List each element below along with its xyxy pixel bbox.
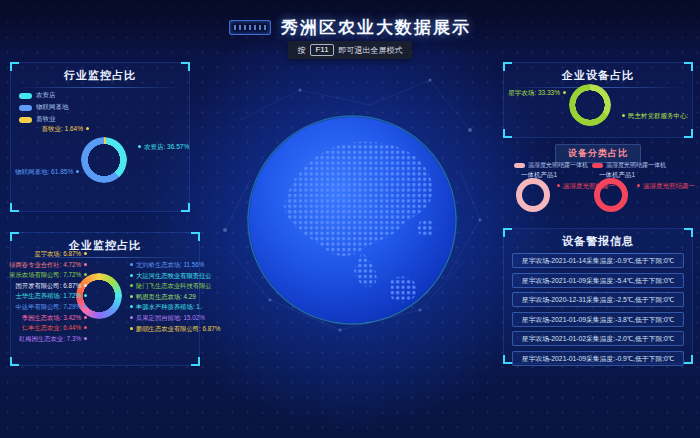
tooltip-prefix: 按 (297, 45, 305, 56)
globe (244, 112, 460, 328)
enterprise-label: 大运河生态牧业有限责任公 (130, 271, 198, 282)
legend-label: 畜牧业 (36, 115, 56, 124)
enterprise-label: 家乐农场有限公司: 7.72% (9, 270, 87, 281)
alarm-row: 星宇农场-2020-12-31采集温度:-2.5℃,低于下限:0℃ (512, 292, 684, 307)
legend-swatch (592, 163, 603, 168)
enterprise-label: 瓜果定国自留地: 15.02% (130, 313, 198, 324)
legend-swatch (514, 163, 525, 168)
alarm-row: 星宇农场-2021-01-09采集温度:-3.8℃,低于下限:0℃ (512, 312, 684, 327)
legend-swatch (19, 93, 32, 99)
alarm-row: 星宇农场-2021-01-09采集温度:-0.9℃,低于下限:0℃ (512, 351, 684, 366)
f11-key: F11 (310, 44, 333, 56)
enterprise-label: 北刘桥生态农场: 11.56% (130, 260, 198, 271)
enterprise-label: 鹏朝生态农业有限公司: 6.87% (130, 324, 198, 335)
enterprise-label: 鸭恩页生态农场: 4.29 (130, 292, 198, 303)
device-class-panel: 设备分类占比 温湿度光照结露一体机 一体机产品1 温湿度光照结露一 温湿度光照结… (503, 140, 693, 222)
enterprise-label: 绿两春专业合作社: 4.72% (9, 260, 87, 271)
enterprise-label: 陡门飞生态农业科技有限公 (130, 281, 198, 292)
page-title: 秀洲区农业大数据展示 (281, 16, 471, 39)
alarm-info-panel: 设备警报信息 星宇农场-2021-01-14采集温度:-0.9℃,低于下限:0℃… (503, 228, 693, 364)
logo-badge (229, 20, 271, 35)
device-donut-1[interactable] (516, 178, 550, 212)
legend-label: 温湿度光照结露一体机 (606, 161, 666, 170)
tooltip-suffix: 即可退出全屏模式 (339, 45, 403, 56)
device-class-legend-1[interactable]: 温湿度光照结露一体机 (514, 161, 588, 170)
alarm-row: 星宇农场-2021-01-02采集温度:-2.0℃,低于下限:0℃ (512, 331, 684, 346)
header: 秀洲区农业大数据展示 (0, 16, 700, 39)
industry-donut-chart[interactable] (81, 137, 127, 183)
enterprise-label: 士华生态养殖场: 1.72% (16, 291, 87, 302)
legend-item[interactable]: 畜牧业 (19, 115, 69, 124)
device-class-legend-2[interactable]: 温湿度光照结露一体机 (592, 161, 666, 170)
device-sub-label-1: 一体机产品1 (521, 171, 557, 179)
industry-monitor-panel: 行业监控占比 农资店 物联网基地 畜牧业 畜牧业: 1.64% 农资店: 36.… (10, 62, 190, 212)
legend-swatch (19, 105, 32, 111)
equipment-callout-right: 民主村党群服务中心: (622, 112, 688, 120)
equipment-panel-title: 企业设备占比 (504, 68, 692, 83)
legend-label: 农资店 (36, 91, 56, 100)
alarm-row: 星宇农场-2021-01-09采集温度:-5.4℃,低于下限:0℃ (512, 273, 684, 288)
device-callout-2: 温湿度光照结露一 (637, 182, 695, 190)
device-sub-label-2: 一体机产品1 (599, 171, 635, 179)
enterprise-right-labels: 北刘桥生态农场: 11.56% 大运河生态牧业有限责任公 陡门飞生态农业科技有限… (130, 260, 198, 334)
alarm-panel-title: 设备警报信息 (504, 234, 692, 249)
legend-item[interactable]: 物联网基地 (19, 103, 69, 112)
legend-swatch (19, 117, 32, 123)
legend-item[interactable]: 农资店 (19, 91, 69, 100)
device-donut-2[interactable] (594, 178, 628, 212)
legend-label: 物联网基地 (36, 103, 69, 112)
enterprise-label: 季园生态农场: 3.42% (22, 313, 87, 324)
industry-callout-iot-base: 物联网基地: 61.85% (15, 168, 79, 176)
industry-legend: 农资店 物联网基地 畜牧业 (19, 91, 69, 124)
alarm-list: 星宇农场-2021-01-14采集温度:-0.9℃,低于下限:0℃ 星宇农场-2… (512, 253, 684, 371)
enterprise-label: 星宇农场: 6.87% (34, 249, 87, 260)
enterprise-label: 中达年有限公司: 7.29% (16, 302, 87, 313)
equipment-ratio-panel: 企业设备占比 星宇农场: 33.33% 民主村党群服务中心: (503, 62, 693, 138)
fullscreen-tooltip: 按 F11 即可退出全屏模式 (0, 41, 700, 59)
industry-callout-agristore: 农资店: 36.57% (138, 143, 189, 151)
enterprise-left-labels: 星宇农场: 6.87% 绿两春专业合作社: 4.72% 家乐农场有限公司: 7.… (13, 249, 87, 344)
legend-label: 温湿度光照结露一体机 (528, 161, 588, 170)
enterprise-label: 国开发有限公司: 6.87% (16, 281, 87, 292)
industry-callout-livestock: 畜牧业: 1.64% (19, 125, 89, 133)
enterprise-label: 丰源水产种质养殖场: 1. (130, 302, 198, 313)
enterprise-label: 红梅园生态农业: 7.3% (19, 334, 87, 345)
equipment-donut-chart[interactable] (569, 84, 611, 126)
alarm-row: 星宇农场-2021-01-14采集温度:-0.9℃,低于下限:0℃ (512, 253, 684, 268)
enterprise-monitor-panel: 企业监控占比 星宇农场: 6.87% 绿两春专业合作社: 4.72% 家乐农场有… (10, 232, 200, 366)
equipment-callout-left: 星宇农场: 33.33% (508, 89, 566, 97)
fullscreen-tooltip-box: 按 F11 即可退出全屏模式 (288, 41, 411, 59)
globe-graphic (244, 112, 460, 328)
dashboard: 秀洲区农业大数据展示 按 F11 即可退出全屏模式 行业监控占比 农资店 物联网… (0, 0, 700, 438)
industry-panel-title: 行业监控占比 (11, 68, 189, 83)
enterprise-label: 仁丰生态农业: 6.44% (22, 323, 87, 334)
divider (19, 87, 181, 88)
